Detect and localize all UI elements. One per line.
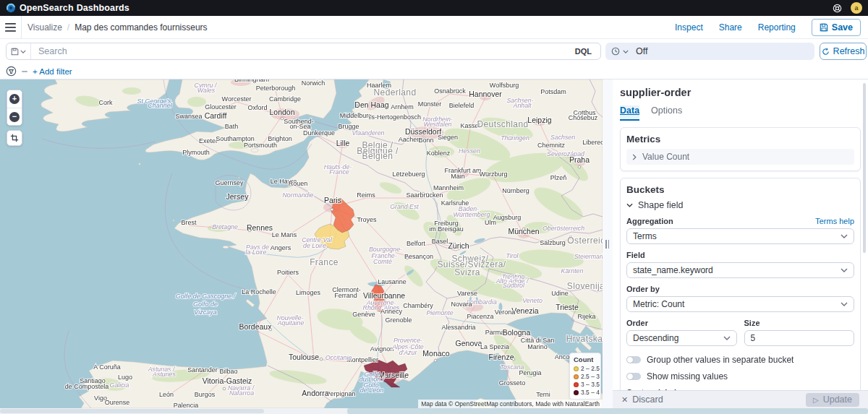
map-place-label: Annecy [380, 308, 403, 315]
map-place-label: Perpignan [326, 390, 355, 397]
index-pattern-title: supplier-order [620, 85, 861, 98]
crop-icon [10, 134, 19, 142]
hamburger-menu-icon[interactable] [0, 16, 22, 39]
inspect-link[interactable]: Inspect [675, 22, 703, 33]
map-place-label: Nürnberg [502, 187, 529, 194]
map-place-label: Troyes [357, 216, 377, 223]
city-marker-dot [331, 208, 333, 211]
order-by-label: Order by [626, 285, 854, 293]
save-button[interactable]: Save [812, 19, 861, 36]
update-button[interactable]: ▷ Update [806, 393, 859, 407]
map-place-label: Svizra [454, 267, 480, 277]
opensearch-logo[interactable]: OpenSearchDashboards [6, 3, 129, 13]
region-map-visualization[interactable]: BirminghamPeterboroughNorwichWorcesterCa… [0, 79, 603, 408]
map-place-label: León [159, 391, 174, 398]
panel-scrollbar[interactable] [863, 83, 866, 253]
map-place-label: Birmingham [234, 79, 269, 83]
map-place-label: Hessen [459, 147, 480, 155]
map-place-label: Monaco [422, 349, 450, 358]
top-header-bar: OpenSearchDashboards a [0, 0, 868, 16]
scrollbar-thumb[interactable] [347, 408, 868, 414]
map-place-label: Venezia [511, 306, 539, 315]
map-place-label: Rijeka [577, 313, 595, 320]
help-icon[interactable] [833, 4, 842, 13]
size-input[interactable] [744, 330, 855, 346]
panel-resize-handle[interactable] [603, 79, 613, 408]
terms-help-link[interactable]: Terms help [815, 217, 854, 225]
editor-scroll-area[interactable]: supplier-order Data Options Metrics Valu… [613, 79, 868, 390]
map-place-label: Verona [495, 309, 516, 316]
map-place-label: Lausanne [378, 278, 407, 285]
map-place-label: Praha [569, 155, 590, 164]
add-filter-link[interactable]: + Add filter [33, 67, 72, 76]
legend-color-dot [574, 366, 579, 371]
map-place-label: Basel [432, 238, 448, 245]
map-place-label: Cambridge [269, 95, 301, 103]
map-place-label: Nafarroa [229, 389, 254, 397]
time-picker[interactable]: Off [605, 43, 814, 60]
shape-field-accordion[interactable]: Shape field [626, 200, 854, 210]
discard-button[interactable]: ✕ Discard [621, 394, 663, 405]
refresh-button[interactable]: Refresh [820, 43, 867, 60]
map-place-label: Swansea [175, 113, 202, 120]
map-place-label: Asturies [152, 371, 176, 378]
show-missing-values-toggle[interactable] [626, 373, 641, 380]
map-place-label: Cardiff [205, 111, 227, 120]
map-place-label: Lugo [118, 374, 132, 381]
breadcrumb-visualize[interactable]: Visualize [27, 22, 62, 33]
order-by-select[interactable]: Metric: Count [626, 296, 854, 312]
query-language-button[interactable]: DQL [566, 47, 600, 56]
map-place-label: Lëtzebuerg [392, 171, 425, 178]
field-select[interactable]: state_name.keyword [626, 262, 854, 278]
breadcrumb-separator: / [67, 22, 69, 33]
map-place-label: Besançon [404, 253, 433, 260]
scrollbar-thumb[interactable] [0, 409, 264, 413]
horizontal-scrollbar[interactable] [0, 408, 868, 414]
map-place-label: Gloucester [205, 103, 237, 111]
chevron-down-icon [623, 50, 629, 53]
reporting-link[interactable]: Reporting [758, 22, 796, 33]
chevron-down-icon [841, 302, 848, 306]
aggregation-label: Aggregation [626, 217, 673, 225]
metric-value-count-accordion[interactable]: Value Count [626, 149, 854, 165]
map-place-label: Le Mans [272, 231, 297, 238]
map-place-label: Peterborough [256, 85, 296, 92]
map-place-label: Alessandria [441, 324, 475, 331]
share-link[interactable]: Share [719, 22, 742, 33]
search-input[interactable] [31, 46, 566, 56]
map-place-label: Channel [148, 102, 173, 109]
map-place-label: Grosseto [499, 379, 526, 387]
map-place-label: Angers [271, 244, 292, 251]
group-other-values-toggle[interactable] [626, 356, 641, 363]
order-select[interactable]: Descending [626, 330, 737, 346]
zoom-out-button[interactable]: − [7, 108, 22, 125]
map-place-label: Salzburg [540, 239, 566, 246]
legend-range-label: 3 – 3.5 [581, 381, 600, 388]
saved-query-icon [11, 48, 19, 56]
legend-range-label: 2.5 – 3 [581, 373, 600, 380]
map-place-label: Paris [324, 196, 341, 204]
saved-query-menu-button[interactable] [7, 43, 31, 59]
fit-bounds-button[interactable] [7, 130, 22, 146]
map-place-label: Bologna [503, 328, 531, 337]
user-avatar[interactable]: a [851, 2, 862, 14]
legend-item: 3 – 3.5 [574, 381, 597, 388]
base-map: BirminghamPeterboroughNorwichWorcesterCa… [0, 79, 603, 408]
map-place-label: Terni [536, 391, 550, 398]
tab-options[interactable]: Options [651, 105, 682, 121]
tab-data[interactable]: Data [620, 105, 639, 121]
map-place-label: Osnabrück [434, 87, 466, 95]
map-place-label: Hrvatska [566, 334, 603, 344]
map-place-label: Limoges [296, 289, 321, 296]
map-place-label: Steiermark [574, 253, 603, 260]
map-place-label: Genève [352, 311, 375, 318]
editor-footer: ✕ Discard ▷ Update [613, 390, 868, 408]
city-marker-dot [223, 387, 226, 390]
zoom-in-button[interactable]: + [7, 90, 22, 108]
legend-item: 2 – 2.5 [574, 365, 597, 372]
map-place-label: Grand Est [390, 203, 419, 210]
aggregation-select[interactable]: Terms [626, 228, 854, 244]
map-place-label: Lille [336, 139, 350, 147]
chevron-down-icon [626, 203, 633, 207]
filter-manager-icon[interactable] [6, 66, 17, 77]
